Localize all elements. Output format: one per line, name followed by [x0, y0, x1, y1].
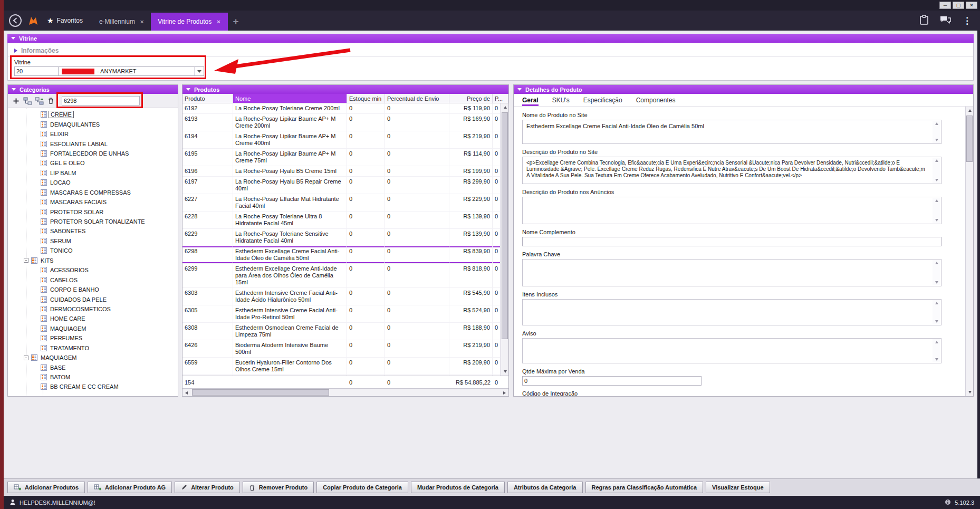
column-header-estoque-min[interactable]: Estoque min: [347, 94, 385, 103]
collapse-icon[interactable]: [186, 88, 190, 91]
tree-item-mascaras-e-compressas[interactable]: MASCARAS E COMPRESSAS: [8, 188, 178, 197]
collapse-icon[interactable]: [517, 88, 522, 91]
tree-item-maquiagem[interactable]: −MAQUIAGEM: [8, 353, 178, 362]
tree-item-home-care[interactable]: HOME CARE: [8, 314, 178, 323]
chevron-up-icon[interactable]: [935, 341, 938, 343]
copiar-produto-de-categoria-button[interactable]: Copiar Produto de Categoria: [316, 482, 408, 493]
product-row[interactable]: 6303Esthederm Intensive Creme Facial Ant…: [182, 288, 501, 305]
add-subcategory-icon[interactable]: [22, 95, 33, 107]
qtde-maxima-input[interactable]: [522, 376, 702, 386]
produtos-vscrollbar[interactable]: [501, 103, 508, 376]
tree-item-corpo-e-banho[interactable]: CORPO E BANHO: [8, 285, 178, 294]
product-row[interactable]: 6227La Roche-Posay Effaclar Mat Hidratan…: [182, 194, 501, 212]
column-header-percentual-de-envio[interactable]: Percentual de Envio: [385, 94, 449, 103]
chevron-down-icon[interactable]: [935, 139, 938, 141]
column-header-produto[interactable]: Produto: [182, 94, 233, 103]
tree-item-cuidados-da-pele[interactable]: CUIDADOS DA PELE: [8, 294, 178, 304]
tree-item-locao[interactable]: LOCAO: [8, 178, 178, 187]
tab-sku-s[interactable]: SKU's: [552, 97, 570, 106]
close-button[interactable]: ✕: [966, 2, 977, 9]
detalhes-scrollbar[interactable]: [965, 107, 973, 396]
chevron-down-icon[interactable]: [935, 358, 938, 361]
product-row[interactable]: 6193La Roche-Posay Lipikar Baume AP+ M C…: [182, 114, 501, 131]
tree-item-esfoliante-labial[interactable]: ESFOLIANTE LABIAL: [8, 139, 178, 148]
product-row[interactable]: 6194La Roche-Posay Lipikar Baume AP+ M C…: [182, 131, 501, 149]
adicionar-produto-ag-button[interactable]: Adicionar Produto AG: [88, 482, 172, 493]
chevron-up-icon[interactable]: [935, 199, 938, 202]
collapse-icon[interactable]: [11, 37, 15, 40]
product-row[interactable]: 6299Esthederm Excellage Creme Anti-Idade…: [182, 264, 501, 288]
info-icon[interactable]: [945, 499, 951, 506]
field-scroll-rail[interactable]: [933, 300, 940, 324]
product-row[interactable]: 6298Esthederm Excellage Creme Facial Ant…: [182, 246, 501, 264]
scrollbar-thumb[interactable]: [966, 116, 973, 162]
tab-vitrine-de-produtos[interactable]: Vitrine de Produtos✕: [151, 13, 227, 31]
atributos-da-categoria-button[interactable]: Atributos da Categoria: [507, 482, 583, 493]
chevron-down-icon[interactable]: [935, 179, 938, 181]
new-tab-button[interactable]: +: [233, 16, 239, 27]
product-row[interactable]: 6305Esthederm Intensive Creme Facial Ant…: [182, 305, 501, 323]
detalhes-header[interactable]: Detalhes do Produto: [514, 85, 973, 94]
vitrine-dropdown[interactable]: - ANYMARKET: [59, 66, 204, 76]
scroll-up-icon[interactable]: [966, 107, 973, 114]
regras-para-classifica-o-autom-tica-button[interactable]: Regras para Classificação Automática: [585, 482, 704, 493]
scroll-up-icon[interactable]: [501, 103, 508, 111]
chevron-down-icon[interactable]: [935, 320, 938, 323]
produtos-header[interactable]: Produtos: [182, 85, 508, 94]
tree-item-tratamento[interactable]: TRATAMENTO: [8, 343, 178, 353]
scroll-down-icon[interactable]: [501, 368, 508, 376]
move-category-icon[interactable]: [33, 95, 45, 107]
field-scroll-rail[interactable]: [933, 339, 940, 362]
tab-close-icon[interactable]: ✕: [140, 19, 144, 25]
product-row[interactable]: 6426Bioderma Atoderm Intensive Baume 500…: [182, 340, 501, 358]
scroll-right-icon[interactable]: [501, 389, 508, 397]
chevron-up-icon[interactable]: [935, 262, 938, 264]
tree-item-sabonetes[interactable]: SABONETES: [8, 226, 178, 236]
tree-item-perfumes[interactable]: PERFUMES: [8, 333, 178, 343]
product-row[interactable]: 6228La Roche-Posay Toleriane Ultra 8 Hid…: [182, 212, 501, 229]
remover-produto-button[interactable]: Remover Produto: [243, 482, 314, 493]
palavra-chave-textarea[interactable]: [522, 259, 941, 286]
tree-item-fortalecedor-de-unhas[interactable]: FORTALECEDOR DE UNHAS: [8, 149, 178, 158]
descricao-anuncios-textarea[interactable]: [522, 197, 941, 224]
dropdown-button[interactable]: [194, 67, 204, 75]
product-row[interactable]: 6559Eucerin Hyaluron-Filler Contorno Dos…: [182, 358, 501, 375]
scrollbar-thumb[interactable]: [502, 112, 508, 339]
produtos-hscrollbar[interactable]: [182, 388, 508, 396]
tree-item-dermocosmeticos[interactable]: DERMOCOSMETICOS: [8, 304, 178, 314]
tree-item-cabelos[interactable]: CABELOS: [8, 275, 178, 284]
column-header-nome[interactable]: Nome: [233, 94, 347, 103]
maximize-button[interactable]: ▢: [953, 2, 964, 9]
descricao-site-textarea[interactable]: <p>Excellage Creme Combina Tecnologia, E…: [522, 157, 941, 184]
field-scroll-rail[interactable]: [933, 260, 940, 285]
category-search-input[interactable]: [62, 96, 140, 105]
alterar-produto-button[interactable]: Alterar Produto: [175, 482, 240, 493]
column-header-p[interactable]: P...: [493, 94, 508, 103]
tab-geral[interactable]: Geral: [522, 97, 539, 106]
chevron-up-icon[interactable]: [935, 159, 938, 162]
nome-site-textarea[interactable]: Esthederm Excellage Creme Facial Anti-Id…: [522, 120, 941, 144]
product-row[interactable]: 6195La Roche-Posay Lipikar Baume AP+ M C…: [182, 149, 501, 166]
tree-item-tonico[interactable]: TONICO: [8, 246, 178, 255]
nome-complemento-input[interactable]: [522, 237, 941, 246]
visualizar-estoque-button[interactable]: Visualizar Estoque: [706, 482, 770, 493]
tree-item-batom[interactable]: BATOM: [8, 372, 178, 382]
aviso-textarea[interactable]: [522, 338, 941, 363]
adicionar-produtos-button[interactable]: Adicionar Produtos: [7, 482, 85, 493]
delete-category-icon[interactable]: [45, 95, 56, 107]
favorites-button[interactable]: ★ Favoritos: [47, 16, 83, 25]
product-row[interactable]: 6192La Roche-Posay Toleriane Creme 200ml…: [182, 103, 501, 114]
mudar-produtos-de-categoria-button[interactable]: Mudar Produtos de Categoria: [411, 482, 505, 493]
tree-item-acessorios[interactable]: ACESSORIOS: [8, 265, 178, 275]
chevron-up-icon[interactable]: [935, 122, 938, 125]
clipboard-icon[interactable]: [919, 15, 929, 26]
product-row[interactable]: 6196La Roche-Posay Hyalu B5 Creme 15ml00…: [182, 166, 501, 177]
field-scroll-rail[interactable]: [933, 158, 940, 183]
informacoes-header[interactable]: Informações: [8, 43, 973, 57]
minimize-button[interactable]: ─: [939, 2, 951, 9]
tab-componentes[interactable]: Componentes: [636, 97, 676, 106]
collapse-icon[interactable]: −: [24, 356, 28, 360]
column-header-pre-o-de[interactable]: Preço de: [449, 94, 493, 103]
tab-e-millennium[interactable]: e-Millennium✕: [92, 13, 151, 31]
chevron-up-icon[interactable]: [935, 302, 938, 304]
